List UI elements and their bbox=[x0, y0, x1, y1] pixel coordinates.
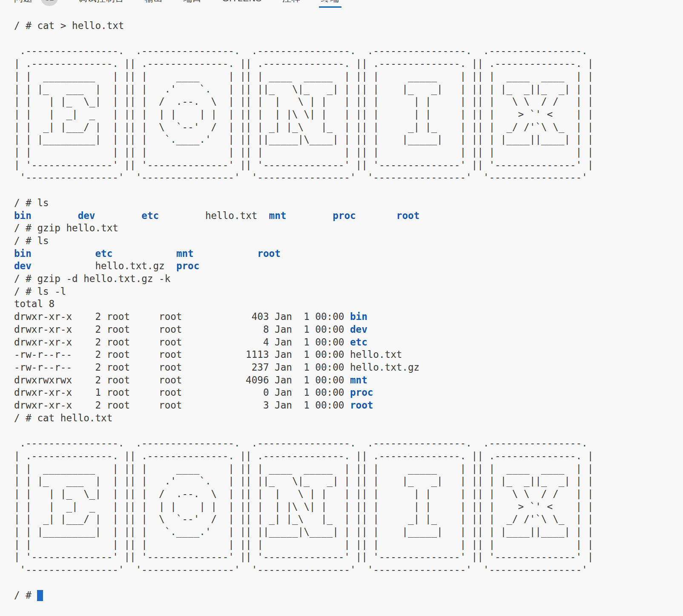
terminal-text bbox=[32, 210, 78, 221]
terminal-line: .----------------. .----------------. .-… bbox=[14, 45, 683, 58]
terminal-line: | '--------------' || '--------------' |… bbox=[14, 551, 683, 564]
terminal-line: | | | || | | || | | || | | || | | | bbox=[14, 538, 683, 551]
terminal-line: | | | _| _ | || | | | | | | || | | |\ \|… bbox=[14, 501, 683, 513]
directory-name-text: etc bbox=[95, 248, 112, 259]
terminal-line: / # cat > hello.txt bbox=[14, 20, 683, 32]
terminal-line: | | _| |___/ | | || | \ `--' / | || | _|… bbox=[14, 513, 683, 526]
tab-output-label: 输出 bbox=[145, 0, 163, 3]
directory-name-text: bin bbox=[350, 311, 367, 322]
directory-name-text: root bbox=[396, 210, 419, 221]
terminal-text: '----------------' '----------------' '-… bbox=[14, 172, 593, 183]
terminal-cursor bbox=[37, 590, 43, 601]
terminal-text: / # gzip hello.txt bbox=[14, 222, 118, 233]
terminal-line: -rw-r--r-- 2 root root 237 Jan 1 00:00 h… bbox=[14, 361, 683, 374]
terminal-text: -rw-r--r-- 2 root root 1113 Jan 1 00:00 … bbox=[14, 349, 402, 360]
tab-problems[interactable]: 问题51 bbox=[12, 0, 60, 8]
tab-debug-console-label: 调试控制台 bbox=[78, 0, 124, 3]
tab-debug-console[interactable]: 调试控制台 bbox=[76, 0, 126, 8]
directory-name-text: dev bbox=[14, 260, 32, 271]
terminal-text: | | |_ ___ | | || | .' `. | || ||_ \|_ _… bbox=[14, 475, 593, 486]
terminal-text: | | |_________| | || | `.____.' | || ||_… bbox=[14, 134, 593, 145]
terminal-text: / # bbox=[14, 590, 37, 601]
terminal-line: drwxr-xr-x 2 root root 403 Jan 1 00:00 b… bbox=[14, 311, 683, 323]
terminal-line: / # gzip hello.txt bbox=[14, 222, 683, 235]
terminal-text bbox=[356, 210, 396, 221]
terminal-text: / # gzip -d hello.txt.gz -k bbox=[14, 273, 170, 284]
terminal-line: | | | |_ \_| | || | / .--. \ | || | | \ … bbox=[14, 95, 683, 108]
tab-comments-label: 注释 bbox=[282, 0, 301, 3]
terminal-line: | | |_ ___ | | || | .' `. | || ||_ \|_ _… bbox=[14, 83, 683, 96]
terminal-line: / # gzip -d hello.txt.gz -k bbox=[14, 273, 683, 285]
terminal-text: hello.txt bbox=[159, 210, 269, 221]
terminal-line: / # ls bbox=[14, 197, 683, 210]
terminal-output[interactable]: / # cat > hello.txt .----------------. .… bbox=[0, 8, 683, 602]
terminal-line: -rw-r--r-- 2 root root 1113 Jan 1 00:00 … bbox=[14, 348, 683, 361]
terminal-text: drwxr-xr-x 2 root root 403 Jan 1 00:00 bbox=[14, 311, 350, 322]
terminal-line: | .--------------. || .--------------. |… bbox=[14, 450, 683, 463]
terminal-line: | | | _| _ | || | | | | | | || | | |\ \|… bbox=[14, 108, 683, 121]
terminal-text: | .--------------. || .--------------. |… bbox=[14, 450, 593, 461]
terminal-text: | | _| |___/ | | || | \ `--' / | || | _|… bbox=[14, 121, 593, 132]
terminal-text: / # ls bbox=[14, 197, 49, 208]
terminal-line: bin dev etc hello.txt mnt proc root bbox=[14, 210, 683, 222]
tab-gitlens[interactable]: GITLENS bbox=[220, 0, 264, 8]
directory-name-text: dev bbox=[78, 210, 95, 221]
terminal-text: | | | |_ \_| | || | / .--. \ | || | | \ … bbox=[14, 96, 593, 107]
terminal-text: '----------------' '----------------' '-… bbox=[14, 564, 593, 575]
terminal-text: | | _| |___/ | | || | \ `--' / | || | _|… bbox=[14, 513, 593, 524]
panel-tab-bar: 问题51调试控制台输出端口GITLENS注释终端 bbox=[0, 0, 683, 8]
terminal-line: | | |_________| | || | `.____.' | || ||_… bbox=[14, 526, 683, 538]
terminal-line: '----------------' '----------------' '-… bbox=[14, 564, 683, 576]
terminal-text: | .--------------. || .--------------. |… bbox=[14, 58, 593, 69]
terminal-line: / # cat hello.txt bbox=[14, 412, 683, 425]
terminal-text: | | |_________| | || | `.____.' | || ||_… bbox=[14, 526, 593, 537]
directory-name-text: etc bbox=[350, 337, 367, 348]
directory-name-text: dev bbox=[350, 324, 367, 335]
terminal-text: | | | |_ \_| | || | / .--. \ | || | | \ … bbox=[14, 488, 593, 499]
terminal-text: total 8 bbox=[14, 298, 55, 309]
tab-output[interactable]: 输出 bbox=[143, 0, 165, 8]
terminal-text: | | |_ ___ | | || | .' `. | || ||_ \|_ _… bbox=[14, 83, 593, 95]
terminal-text: / # cat hello.txt bbox=[14, 412, 112, 423]
terminal-line bbox=[14, 184, 683, 197]
terminal-line: / # ls bbox=[14, 235, 683, 248]
directory-name-text: proc bbox=[176, 260, 199, 271]
problems-count-badge: 51 bbox=[41, 0, 58, 6]
terminal-line: | | | |_ \_| | || | / .--. \ | || | | \ … bbox=[14, 488, 683, 501]
terminal-line: '----------------' '----------------' '-… bbox=[14, 171, 683, 184]
terminal-text: drwxr-xr-x 2 root root 8 Jan 1 00:00 bbox=[14, 324, 350, 335]
tab-ports-label: 端口 bbox=[184, 0, 202, 3]
tab-terminal[interactable]: 终端 bbox=[319, 0, 342, 8]
directory-name-text: mnt bbox=[350, 374, 367, 386]
terminal-text bbox=[286, 210, 333, 221]
terminal-line: / # ls -l bbox=[14, 285, 683, 298]
terminal-line: total 8 bbox=[14, 298, 683, 311]
terminal-text: -rw-r--r-- 2 root root 237 Jan 1 00:00 h… bbox=[14, 362, 419, 373]
terminal-text: | | | || | | || | | || | | || | | | bbox=[14, 147, 593, 158]
terminal-text: hello.txt.gz bbox=[32, 260, 176, 271]
tab-comments[interactable]: 注释 bbox=[280, 0, 303, 8]
terminal-text: drwxrwxrwx 2 root root 4096 Jan 1 00:00 bbox=[14, 374, 350, 386]
directory-name-text: proc bbox=[333, 210, 356, 221]
tab-terminal-label: 终端 bbox=[321, 0, 339, 3]
terminal-text: drwxr-xr-x 1 root root 0 Jan 1 00:00 bbox=[14, 387, 350, 398]
terminal-text: drwxr-xr-x 2 root root 3 Jan 1 00:00 bbox=[14, 400, 350, 411]
terminal-line: | | |_ ___ | | || | .' `. | || ||_ \|_ _… bbox=[14, 475, 683, 488]
terminal-line: | | _________ | || | ____ | || | ____ __… bbox=[14, 70, 683, 83]
terminal-line: | | | || | | || | | || | | || | | | bbox=[14, 146, 683, 159]
terminal-line: drwxr-xr-x 2 root root 3 Jan 1 00:00 roo… bbox=[14, 399, 683, 412]
directory-name-text: proc bbox=[350, 387, 373, 398]
terminal-text: drwxr-xr-x 2 root root 4 Jan 1 00:00 bbox=[14, 337, 350, 348]
terminal-line: drwxr-xr-x 2 root root 8 Jan 1 00:00 dev bbox=[14, 323, 683, 336]
terminal-line: dev hello.txt.gz proc bbox=[14, 260, 683, 273]
terminal-line: drwxrwxrwx 2 root root 4096 Jan 1 00:00 … bbox=[14, 374, 683, 387]
tab-ports[interactable]: 端口 bbox=[181, 0, 204, 8]
terminal-line: | | |_________| | || | `.____.' | || ||_… bbox=[14, 133, 683, 146]
directory-name-text: root bbox=[257, 248, 280, 259]
terminal-line: drwxr-xr-x 1 root root 0 Jan 1 00:00 pro… bbox=[14, 386, 683, 399]
directory-name-text: mnt bbox=[176, 248, 194, 259]
directory-name-text: mnt bbox=[269, 210, 287, 221]
directory-name-text: bin bbox=[14, 210, 32, 221]
terminal-text: / # cat > hello.txt bbox=[14, 20, 124, 31]
terminal-text: | | _________ | || | ____ | || | ____ __… bbox=[14, 71, 593, 82]
